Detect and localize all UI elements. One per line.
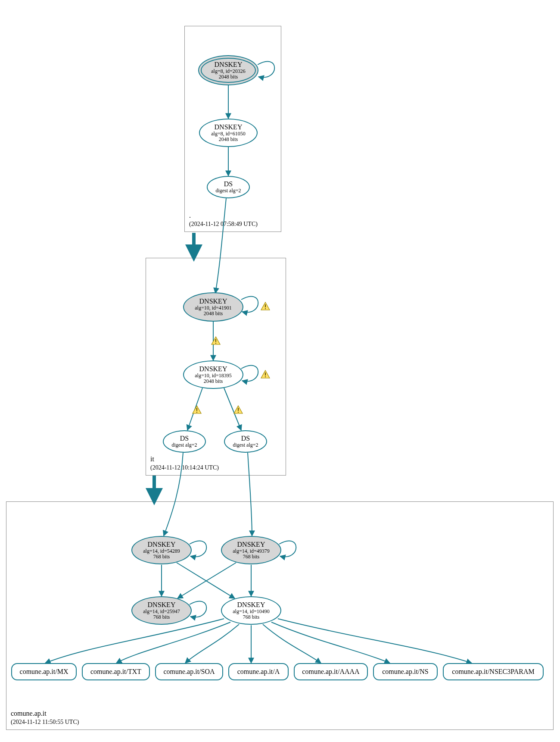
warning-icon — [192, 405, 202, 414]
node-title: DNSKEY — [237, 601, 265, 609]
node-title: DS — [241, 435, 250, 442]
rrset-soa: comune.ap.it/SOA — [155, 663, 223, 680]
zone-comune-label: comune.ap.it (2024-11-12 11:50:55 UTC) — [11, 709, 79, 726]
zone-timestamp: (2024-11-12 10:14:24 UTC) — [150, 464, 219, 472]
zone-name: comune.ap.it — [11, 709, 79, 718]
node-title: DNSKEY — [199, 365, 227, 373]
warning-icon — [261, 370, 270, 379]
zone-it-label: it (2024-11-12 10:14:24 UTC) — [150, 455, 219, 472]
node-title: DNSKEY — [215, 123, 243, 131]
node-comune-zsk: DNSKEY alg=14, id=10490 768 bits — [221, 596, 281, 625]
node-title: DS — [224, 180, 233, 188]
node-it-ds1: DS digest alg=2 — [163, 430, 206, 453]
node-comune-ksk3: DNSKEY alg=14, id=25947 768 bits — [131, 596, 192, 625]
node-root-zsk: DNSKEY alg=8, id=61050 2048 bits — [199, 119, 258, 147]
node-it-zsk: DNSKEY alg=10, id=18395 2048 bits — [183, 360, 243, 389]
node-bits: 2048 bits — [219, 137, 238, 142]
dnssec-graph: . (2024-11-12 07:58:49 UTC) it (2024-11-… — [0, 0, 560, 742]
node-title: DS — [180, 435, 189, 442]
zone-timestamp: (2024-11-12 11:50:55 UTC) — [11, 718, 79, 726]
rrset-txt: comune.ap.it/TXT — [82, 663, 150, 680]
node-bits: 768 bits — [153, 614, 170, 620]
node-root-ds: DS digest alg=2 — [207, 176, 250, 198]
zone-root-label: . (2024-11-12 07:58:49 UTC) — [189, 211, 258, 228]
zone-name: it — [150, 455, 219, 464]
node-bits: 768 bits — [153, 554, 170, 560]
node-bits: 2048 bits — [219, 74, 238, 80]
node-bits: 2048 bits — [204, 379, 223, 384]
node-title: DNSKEY — [215, 61, 243, 69]
node-bits: 768 bits — [243, 554, 259, 560]
rrset-a: comune.ap.it/A — [228, 663, 289, 680]
node-comune-ksk2: DNSKEY alg=14, id=49379 768 bits — [221, 536, 281, 564]
node-alg: digest alg=2 — [171, 442, 197, 448]
warning-icon — [233, 405, 243, 414]
rrset-mx: comune.ap.it/MX — [11, 663, 77, 680]
zone-name: . — [189, 211, 258, 220]
node-title: DNSKEY — [237, 541, 265, 548]
node-bits: 2048 bits — [204, 311, 223, 316]
warning-icon — [211, 336, 221, 345]
node-root-ksk: DNSKEY alg=8, id=20326 2048 bits — [198, 55, 258, 85]
node-comune-ksk1: DNSKEY alg=14, id=54289 768 bits — [131, 536, 192, 564]
zone-timestamp: (2024-11-12 07:58:49 UTC) — [189, 220, 258, 228]
rrset-aaaa: comune.ap.it/AAAA — [294, 663, 368, 680]
node-alg: digest alg=2 — [215, 188, 241, 194]
rrset-ns: comune.ap.it/NS — [373, 663, 438, 680]
node-title: DNSKEY — [148, 541, 176, 548]
node-it-ksk: DNSKEY alg=10, id=41901 2048 bits — [183, 292, 243, 322]
node-it-ds2: DS digest alg=2 — [224, 430, 267, 453]
node-title: DNSKEY — [199, 297, 227, 305]
warning-icon — [261, 302, 270, 310]
node-alg: digest alg=2 — [233, 442, 258, 448]
node-bits: 768 bits — [243, 614, 259, 620]
zone-comune: comune.ap.it (2024-11-12 11:50:55 UTC) — [6, 501, 554, 730]
node-title: DNSKEY — [148, 601, 176, 609]
rrset-nsec3: comune.ap.it/NSEC3PARAM — [443, 663, 544, 680]
